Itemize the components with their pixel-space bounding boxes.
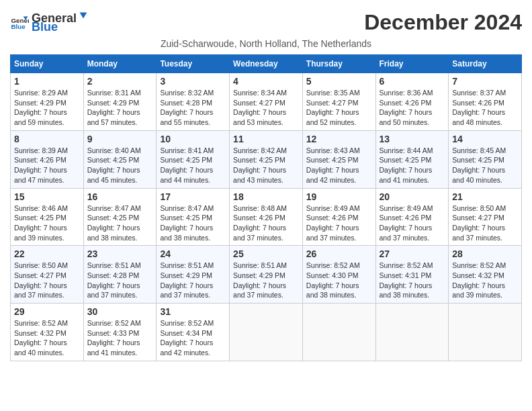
calendar-cell: 2 Sunrise: 8:31 AM Sunset: 4:29 PM Dayli… bbox=[83, 73, 157, 131]
header: General Blue General Blue December 2024 bbox=[10, 10, 522, 35]
day-number: 31 bbox=[160, 306, 226, 317]
day-number: 16 bbox=[87, 191, 153, 202]
cell-content: Sunrise: 8:52 AM Sunset: 4:32 PM Dayligh… bbox=[14, 318, 80, 358]
cell-content: Sunrise: 8:37 AM Sunset: 4:26 PM Dayligh… bbox=[452, 88, 518, 128]
cell-content: Sunrise: 8:51 AM Sunset: 4:29 PM Dayligh… bbox=[160, 261, 226, 300]
header-thursday: Thursday bbox=[302, 55, 375, 73]
cell-content: Sunrise: 8:50 AM Sunset: 4:27 PM Dayligh… bbox=[452, 203, 518, 243]
day-number: 15 bbox=[14, 191, 80, 202]
calendar-cell: 9 Sunrise: 8:40 AM Sunset: 4:25 PM Dayli… bbox=[83, 130, 157, 188]
header-monday: Monday bbox=[83, 55, 157, 73]
calendar-cell: 10 Sunrise: 8:41 AM Sunset: 4:25 PM Dayl… bbox=[157, 130, 230, 188]
main-title: December 2024 bbox=[364, 10, 522, 35]
calendar-cell: 18 Sunrise: 8:48 AM Sunset: 4:26 PM Dayl… bbox=[230, 188, 303, 246]
header-friday: Friday bbox=[375, 55, 449, 73]
week-row-3: 15 Sunrise: 8:46 AM Sunset: 4:25 PM Dayl… bbox=[11, 188, 522, 246]
cell-content: Sunrise: 8:51 AM Sunset: 4:29 PM Dayligh… bbox=[233, 261, 299, 300]
day-number: 4 bbox=[233, 76, 299, 87]
cell-content: Sunrise: 8:52 AM Sunset: 4:31 PM Dayligh… bbox=[380, 261, 445, 300]
calendar-cell: 7 Sunrise: 8:37 AM Sunset: 4:26 PM Dayli… bbox=[449, 73, 522, 131]
cell-content: Sunrise: 8:41 AM Sunset: 4:25 PM Dayligh… bbox=[160, 146, 226, 185]
calendar-cell: 21 Sunrise: 8:50 AM Sunset: 4:27 PM Dayl… bbox=[449, 188, 522, 246]
svg-marker-3 bbox=[80, 13, 87, 19]
day-number: 23 bbox=[87, 248, 153, 259]
cell-content: Sunrise: 8:36 AM Sunset: 4:26 PM Dayligh… bbox=[380, 88, 445, 128]
week-row-5: 29 Sunrise: 8:52 AM Sunset: 4:32 PM Dayl… bbox=[11, 304, 522, 361]
day-number: 13 bbox=[380, 134, 445, 144]
cell-content: Sunrise: 8:29 AM Sunset: 4:29 PM Dayligh… bbox=[14, 88, 80, 128]
day-number: 26 bbox=[306, 248, 372, 259]
day-number: 19 bbox=[306, 191, 372, 202]
calendar-cell: 14 Sunrise: 8:45 AM Sunset: 4:25 PM Dayl… bbox=[449, 130, 522, 188]
calendar-cell: 11 Sunrise: 8:42 AM Sunset: 4:25 PM Dayl… bbox=[230, 130, 303, 188]
calendar-cell: 5 Sunrise: 8:35 AM Sunset: 4:27 PM Dayli… bbox=[302, 73, 375, 131]
header-tuesday: Tuesday bbox=[157, 55, 230, 73]
day-number: 18 bbox=[233, 191, 299, 202]
cell-content: Sunrise: 8:32 AM Sunset: 4:28 PM Dayligh… bbox=[160, 88, 226, 128]
cell-content: Sunrise: 8:35 AM Sunset: 4:27 PM Dayligh… bbox=[306, 88, 372, 128]
cell-content: Sunrise: 8:50 AM Sunset: 4:27 PM Dayligh… bbox=[14, 261, 80, 300]
cell-content: Sunrise: 8:45 AM Sunset: 4:25 PM Dayligh… bbox=[452, 146, 518, 185]
calendar-header-row: SundayMondayTuesdayWednesdayThursdayFrid… bbox=[11, 55, 522, 73]
calendar-cell bbox=[449, 304, 522, 361]
day-number: 11 bbox=[233, 134, 299, 144]
day-number: 10 bbox=[160, 134, 226, 144]
calendar-cell: 23 Sunrise: 8:51 AM Sunset: 4:28 PM Dayl… bbox=[83, 246, 157, 304]
day-number: 14 bbox=[452, 134, 518, 144]
calendar-cell: 15 Sunrise: 8:46 AM Sunset: 4:25 PM Dayl… bbox=[11, 188, 84, 246]
calendar-cell: 1 Sunrise: 8:29 AM Sunset: 4:29 PM Dayli… bbox=[11, 73, 84, 131]
calendar-cell: 22 Sunrise: 8:50 AM Sunset: 4:27 PM Dayl… bbox=[11, 246, 84, 304]
cell-content: Sunrise: 8:52 AM Sunset: 4:33 PM Dayligh… bbox=[87, 318, 153, 358]
logo-icon: General Blue bbox=[10, 13, 29, 32]
calendar-cell: 28 Sunrise: 8:52 AM Sunset: 4:32 PM Dayl… bbox=[449, 246, 522, 304]
calendar-cell: 25 Sunrise: 8:51 AM Sunset: 4:29 PM Dayl… bbox=[230, 246, 303, 304]
cell-content: Sunrise: 8:52 AM Sunset: 4:34 PM Dayligh… bbox=[160, 318, 226, 358]
cell-content: Sunrise: 8:52 AM Sunset: 4:30 PM Dayligh… bbox=[306, 261, 372, 300]
cell-content: Sunrise: 8:34 AM Sunset: 4:27 PM Dayligh… bbox=[233, 88, 299, 128]
calendar-cell: 24 Sunrise: 8:51 AM Sunset: 4:29 PM Dayl… bbox=[157, 246, 230, 304]
calendar-cell: 31 Sunrise: 8:52 AM Sunset: 4:34 PM Dayl… bbox=[157, 304, 230, 361]
title-block: December 2024 bbox=[364, 10, 522, 35]
calendar-cell: 26 Sunrise: 8:52 AM Sunset: 4:30 PM Dayl… bbox=[302, 246, 375, 304]
calendar-cell: 12 Sunrise: 8:43 AM Sunset: 4:25 PM Dayl… bbox=[302, 130, 375, 188]
calendar-cell: 16 Sunrise: 8:47 AM Sunset: 4:25 PM Dayl… bbox=[83, 188, 157, 246]
day-number: 7 bbox=[452, 76, 518, 87]
day-number: 24 bbox=[160, 248, 226, 259]
calendar-cell: 29 Sunrise: 8:52 AM Sunset: 4:32 PM Dayl… bbox=[11, 304, 84, 361]
calendar-cell: 4 Sunrise: 8:34 AM Sunset: 4:27 PM Dayli… bbox=[230, 73, 303, 131]
day-number: 8 bbox=[14, 134, 80, 144]
day-number: 22 bbox=[14, 248, 80, 259]
day-number: 29 bbox=[14, 306, 80, 317]
logo-arrow-icon bbox=[77, 10, 89, 22]
calendar-cell: 20 Sunrise: 8:49 AM Sunset: 4:26 PM Dayl… bbox=[375, 188, 449, 246]
day-number: 6 bbox=[380, 76, 445, 87]
cell-content: Sunrise: 8:49 AM Sunset: 4:26 PM Dayligh… bbox=[306, 203, 372, 243]
calendar-cell: 13 Sunrise: 8:44 AM Sunset: 4:25 PM Dayl… bbox=[375, 130, 449, 188]
cell-content: Sunrise: 8:31 AM Sunset: 4:29 PM Dayligh… bbox=[87, 88, 153, 128]
week-row-1: 1 Sunrise: 8:29 AM Sunset: 4:29 PM Dayli… bbox=[11, 73, 522, 131]
cell-content: Sunrise: 8:42 AM Sunset: 4:25 PM Dayligh… bbox=[233, 146, 299, 185]
calendar-cell bbox=[230, 304, 303, 361]
header-wednesday: Wednesday bbox=[230, 55, 303, 73]
cell-content: Sunrise: 8:40 AM Sunset: 4:25 PM Dayligh… bbox=[87, 146, 153, 185]
day-number: 2 bbox=[87, 76, 153, 87]
header-sunday: Sunday bbox=[11, 55, 84, 73]
day-number: 5 bbox=[306, 76, 372, 87]
cell-content: Sunrise: 8:39 AM Sunset: 4:26 PM Dayligh… bbox=[14, 146, 80, 185]
cell-content: Sunrise: 8:47 AM Sunset: 4:25 PM Dayligh… bbox=[160, 203, 226, 243]
calendar-cell: 30 Sunrise: 8:52 AM Sunset: 4:33 PM Dayl… bbox=[83, 304, 157, 361]
calendar-cell: 6 Sunrise: 8:36 AM Sunset: 4:26 PM Dayli… bbox=[375, 73, 449, 131]
cell-content: Sunrise: 8:46 AM Sunset: 4:25 PM Dayligh… bbox=[14, 203, 80, 243]
day-number: 21 bbox=[452, 191, 518, 202]
subtitle: Zuid-Scharwoude, North Holland, The Neth… bbox=[10, 38, 522, 49]
cell-content: Sunrise: 8:43 AM Sunset: 4:25 PM Dayligh… bbox=[306, 146, 372, 185]
day-number: 9 bbox=[87, 134, 153, 144]
day-number: 12 bbox=[306, 134, 372, 144]
calendar-cell: 27 Sunrise: 8:52 AM Sunset: 4:31 PM Dayl… bbox=[375, 246, 449, 304]
day-number: 17 bbox=[160, 191, 226, 202]
svg-text:Blue: Blue bbox=[11, 23, 26, 30]
day-number: 30 bbox=[87, 306, 153, 317]
day-number: 25 bbox=[233, 248, 299, 259]
day-number: 28 bbox=[452, 248, 518, 259]
day-number: 1 bbox=[14, 76, 80, 87]
